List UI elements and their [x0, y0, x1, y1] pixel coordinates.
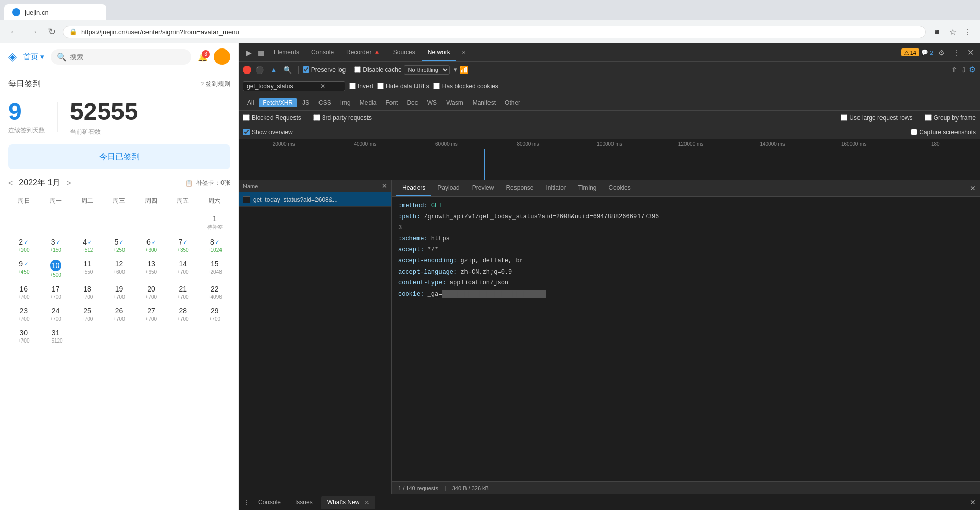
- calendar-day[interactable]: 13+650: [136, 257, 166, 281]
- calendar-day[interactable]: 18+700: [72, 282, 103, 303]
- disable-cache-checkbox[interactable]: Disable cache: [354, 66, 401, 74]
- type-all[interactable]: All: [243, 98, 258, 107]
- tab-cookies[interactable]: Cookies: [602, 181, 636, 196]
- calendar-day[interactable]: 31+5120: [40, 326, 70, 347]
- calendar-day[interactable]: 16+700: [8, 282, 39, 303]
- address-bar[interactable]: 🔒 https://juejin.cn/user/center/signin?f…: [63, 26, 926, 38]
- calendar-day[interactable]: 21+700: [167, 282, 198, 303]
- type-doc[interactable]: Doc: [403, 98, 422, 107]
- filter-input-wrap[interactable]: ✕: [243, 81, 345, 91]
- site-home[interactable]: 首页 ▾: [23, 52, 44, 62]
- more-button[interactable]: ⋮: [962, 25, 974, 39]
- download-icon[interactable]: ⇩: [961, 66, 967, 74]
- invert-option[interactable]: Invert: [349, 83, 373, 90]
- request-checkbox[interactable]: [243, 196, 250, 203]
- calendar-day[interactable]: 24+700: [40, 304, 70, 325]
- type-css[interactable]: CSS: [314, 98, 335, 107]
- calendar-day[interactable]: 25+700: [72, 304, 103, 325]
- avatar[interactable]: [214, 48, 230, 65]
- type-font[interactable]: Font: [381, 98, 402, 107]
- blocked-requests-check[interactable]: Blocked Requests: [243, 114, 301, 122]
- site-search[interactable]: 🔍: [51, 49, 191, 65]
- calendar-day[interactable]: [104, 211, 134, 234]
- calendar-day[interactable]: 2✓+100: [8, 235, 39, 256]
- calendar-day[interactable]: 15+2048: [200, 257, 230, 281]
- calendar-day[interactable]: 6✓+300: [136, 235, 166, 256]
- calendar-day[interactable]: 12+600: [104, 257, 134, 281]
- tab-response[interactable]: Response: [500, 181, 540, 196]
- tab-more[interactable]: »: [456, 44, 472, 61]
- next-month-arrow[interactable]: >: [66, 179, 71, 188]
- browser-tab[interactable]: juejin.cn: [4, 4, 106, 20]
- calendar-day[interactable]: 17+700: [40, 282, 70, 303]
- extensions-button[interactable]: ◾: [930, 25, 944, 39]
- reload-button[interactable]: ↻: [45, 24, 59, 39]
- hide-data-urls-option[interactable]: Hide data URLs: [377, 83, 429, 90]
- calendar-day[interactable]: 1待补签: [200, 211, 230, 234]
- large-rows-check[interactable]: Use large request rows: [841, 114, 912, 122]
- tab-elements[interactable]: Elements: [267, 44, 305, 61]
- calendar-day[interactable]: 8✓+1024: [200, 235, 230, 256]
- filter-clear-button[interactable]: ✕: [320, 83, 325, 90]
- tab-headers[interactable]: Headers: [396, 181, 431, 196]
- calendar-day[interactable]: 10+500: [40, 257, 70, 281]
- tab-preview[interactable]: Preview: [466, 181, 500, 196]
- search-button[interactable]: 🔍: [281, 65, 294, 75]
- tab-console[interactable]: Console: [305, 44, 340, 61]
- calendar-day[interactable]: [72, 211, 103, 234]
- throttle-select[interactable]: No throttling: [404, 65, 450, 75]
- device-toolbar-btn[interactable]: ▦: [255, 46, 267, 59]
- filter-input[interactable]: [247, 83, 318, 90]
- search-input[interactable]: [70, 53, 185, 61]
- calendar-day[interactable]: 11+550: [72, 257, 103, 281]
- bottom-tab-whats-new[interactable]: What's New ✕: [321, 496, 375, 509]
- calendar-day[interactable]: [40, 211, 70, 234]
- network-settings-icon[interactable]: ⚙: [969, 65, 976, 75]
- type-fetch-xhr[interactable]: Fetch/XHR: [259, 98, 297, 107]
- tab-initiator[interactable]: Initiator: [540, 181, 572, 196]
- inspector-icon-btn[interactable]: ▶: [243, 46, 255, 59]
- request-item[interactable]: get_today_status?aid=2608&...: [239, 192, 391, 207]
- calendar-day[interactable]: 30+700: [8, 326, 39, 347]
- has-blocked-cookies-option[interactable]: Has blocked cookies: [433, 83, 498, 90]
- calendar-day[interactable]: 27+700: [136, 304, 166, 325]
- type-media[interactable]: Media: [356, 98, 381, 107]
- calendar-day[interactable]: 23+700: [8, 304, 39, 325]
- calendar-day[interactable]: 20+700: [136, 282, 166, 303]
- forward-button[interactable]: →: [26, 25, 41, 39]
- checkin-button[interactable]: 今日已签到: [8, 144, 230, 169]
- calendar-day[interactable]: [167, 211, 198, 234]
- filter-button[interactable]: ▲: [268, 65, 279, 75]
- tab-payload[interactable]: Payload: [431, 181, 465, 196]
- bottom-tab-console[interactable]: Console: [252, 496, 287, 509]
- type-manifest[interactable]: Manifest: [469, 98, 500, 107]
- type-js[interactable]: JS: [298, 98, 313, 107]
- calendar-day[interactable]: 9✓+450: [8, 257, 39, 281]
- clear-button[interactable]: ⚫: [253, 65, 266, 75]
- checkin-rules[interactable]: ? 签到规则: [200, 80, 230, 88]
- calendar-day[interactable]: 14+700: [167, 257, 198, 281]
- third-party-check[interactable]: 3rd-party requests: [313, 114, 372, 122]
- calendar-day[interactable]: [8, 211, 39, 234]
- calendar-day[interactable]: 3✓+150: [40, 235, 70, 256]
- type-ws[interactable]: WS: [423, 98, 441, 107]
- bottom-menu-icon[interactable]: ⋮: [243, 498, 250, 506]
- info-badge[interactable]: 💬 2: [921, 49, 933, 56]
- prev-month-arrow[interactable]: <: [8, 179, 13, 188]
- type-img[interactable]: Img: [336, 98, 355, 107]
- calendar-day[interactable]: 7✓+350: [167, 235, 198, 256]
- whats-new-close[interactable]: ✕: [364, 499, 369, 505]
- detail-close-button[interactable]: ✕: [970, 184, 976, 192]
- calendar-day[interactable]: 5✓+250: [104, 235, 134, 256]
- record-button[interactable]: [243, 66, 251, 74]
- devtools-close-button[interactable]: ✕: [965, 45, 976, 59]
- type-wasm[interactable]: Wasm: [442, 98, 468, 107]
- tab-recorder[interactable]: Recorder 🔺: [340, 44, 387, 61]
- calendar-day[interactable]: [136, 211, 166, 234]
- bottom-panel-close[interactable]: ✕: [970, 498, 976, 506]
- close-request-panel[interactable]: ✕: [382, 182, 387, 190]
- back-button[interactable]: ←: [6, 25, 21, 39]
- calendar-day[interactable]: 29+700: [200, 304, 230, 325]
- tab-timing[interactable]: Timing: [572, 181, 603, 196]
- tab-network[interactable]: Network: [422, 44, 456, 61]
